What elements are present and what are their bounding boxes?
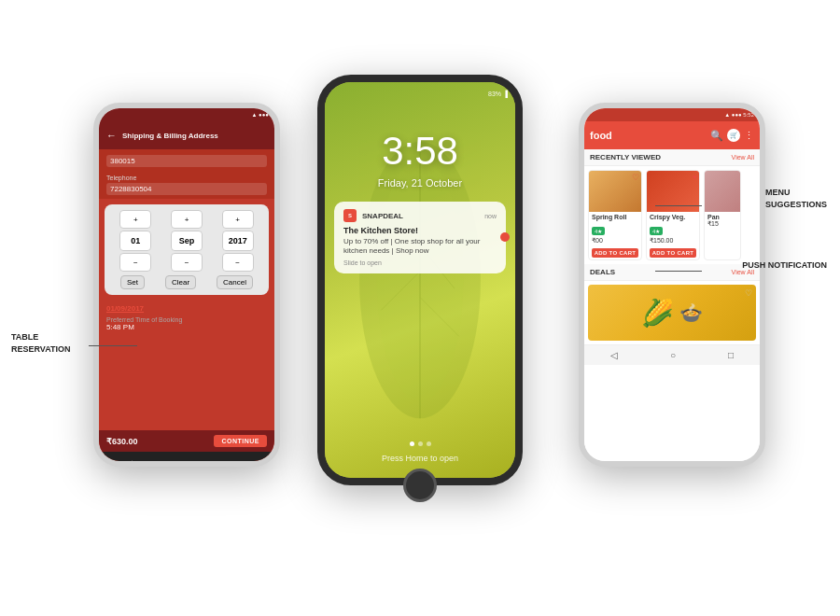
recently-view-all[interactable]: View All (732, 154, 754, 161)
picker-actions: Set Clear Cancel (110, 275, 263, 289)
table-reservation-text: TABLERESERVATION (11, 331, 71, 355)
date-picker-row: + 01 − + Sep − + 2017 − (110, 210, 263, 272)
dot-2 (418, 441, 423, 446)
page-dots (410, 441, 431, 446)
deals-header: DEALS View All (584, 264, 760, 281)
product-img-3 (705, 171, 740, 212)
notif-title: The Kitchen Store! (343, 226, 497, 235)
nav-home-icon[interactable]: ○ (185, 458, 190, 462)
nav-recent-icon[interactable]: □ (243, 458, 248, 462)
right-nav-home-icon[interactable]: ○ (670, 350, 676, 360)
year-down-btn[interactable]: − (222, 253, 254, 272)
search-title: food (590, 130, 707, 141)
search-icon[interactable]: 🔍 (710, 130, 723, 142)
product-img-1: ♡ (589, 171, 641, 212)
heart-icon-1[interactable]: ♡ (632, 173, 639, 182)
notif-body: Up to 70% off | One stop shop for all yo… (343, 237, 497, 257)
center-status-bar: 83% ▐ (325, 82, 515, 101)
center-status-icons: 83% ▐ (488, 91, 508, 97)
phone-left: ▲ ●●● ← Shipping & Billing Address 38001… (93, 103, 280, 467)
press-home-text: Press Home to open (382, 454, 458, 463)
nav-back-icon[interactable]: ◁ (125, 458, 133, 462)
right-status-bar: ▲ ●●● 5:52 (584, 108, 760, 121)
add-to-cart-btn-1[interactable]: ADD TO CART (592, 248, 638, 258)
left-status-icons: ▲ ●●● (252, 112, 269, 118)
price-bar: ₹630.00 CONTINUE (99, 430, 274, 452)
connector-line-right-menu (655, 205, 702, 206)
set-button[interactable]: Set (120, 275, 145, 289)
continue-button[interactable]: CONTINUE (214, 435, 267, 447)
corn-icon: 🌽 (641, 298, 674, 329)
day-up-btn[interactable]: + (119, 210, 151, 229)
left-status-bar: ▲ ●●● (99, 108, 274, 121)
lock-time: 3:58 (382, 129, 458, 174)
zip-value: 380015 (106, 155, 267, 167)
right-nav-bar: ◁ ○ □ (584, 344, 760, 365)
menu-suggestions-text: MENUSUGGESTIONS (765, 187, 827, 210)
connector-line-right-notif (655, 271, 702, 272)
main-scene: ▲ ●●● ← Shipping & Billing Address 38001… (0, 0, 840, 616)
notif-logo: S (343, 209, 357, 222)
push-notification-text: PUSH NOTIFICATION (742, 259, 827, 272)
home-button[interactable] (403, 469, 437, 502)
deal-card: 🌽 🍲 ♡ (588, 285, 756, 341)
right-top-bar: food 🔍 🛒 ⋮ (584, 121, 760, 149)
connector-line-left (89, 345, 137, 346)
table-reservation-label: TABLERESERVATION (11, 331, 71, 355)
cancel-button[interactable]: Cancel (217, 275, 253, 289)
month-down-btn[interactable]: − (171, 253, 203, 272)
left-nav-bar: ◁ ○ □ (99, 452, 274, 461)
right-nav-back-icon[interactable]: ◁ (610, 350, 618, 360)
product-card-1: ♡ Spring Roll 4★ ₹00 ADD TO CART (588, 170, 642, 260)
zip-field: 380015 (99, 149, 274, 171)
left-screen-content: 380015 Telephone 7228830504 + 01 − (99, 149, 274, 461)
selected-date: 01/09/2017 (106, 304, 267, 313)
product-rating-1: 4★ (592, 227, 605, 235)
add-to-cart-btn-2[interactable]: ADD TO CART (650, 248, 696, 258)
recently-viewed-header: RECENTLY VIEWED View All (584, 149, 760, 166)
lock-date: Friday, 21 October (378, 177, 462, 189)
bottom-section: 01/09/2017 Preferred Time of Booking 5:4… (99, 301, 274, 430)
more-icon[interactable]: ⋮ (744, 130, 754, 142)
product-info-2: Crispy Veg. 4★ ₹150.00 (647, 212, 699, 246)
dot-3 (427, 441, 431, 446)
deal-heart-icon[interactable]: ♡ (745, 288, 752, 298)
month-up-btn[interactable]: + (171, 210, 203, 229)
phone-center: 83% ▐ 3:58 Friday, 21 October S SNAPDEAL… (317, 75, 523, 485)
day-col: + 01 − (119, 210, 151, 272)
cart-badge[interactable]: 🛒 (727, 129, 740, 142)
notif-header: S SNAPDEAL now (343, 209, 497, 222)
heart-icon-2[interactable]: ♥ (693, 173, 697, 182)
deals-section: 🌽 🍲 ♡ (584, 281, 760, 344)
product-info-1: Spring Roll 4★ ₹00 (589, 212, 641, 246)
telephone-field: Telephone 7228830504 (99, 171, 274, 199)
deal-image: 🌽 🍲 (588, 285, 756, 341)
clear-button[interactable]: Clear (165, 275, 196, 289)
right-nav-recent-icon[interactable]: □ (728, 350, 734, 360)
month-col: + Sep − (171, 210, 203, 272)
notif-app-name: SNAPDEAL (362, 212, 484, 220)
preferred-time: 5:48 PM (106, 323, 267, 331)
back-arrow-icon[interactable]: ← (106, 130, 117, 141)
dot-1 (410, 441, 414, 446)
product-card-3: Pan ₹15 (704, 170, 741, 260)
menu-suggestions-label: MENUSUGGESTIONS (765, 187, 827, 210)
year-value: 2017 (222, 231, 254, 251)
telephone-label: Telephone (106, 175, 267, 181)
left-header-title: Shipping & Billing Address (122, 132, 218, 140)
product-name-1: Spring Roll (592, 214, 638, 220)
price-text: ₹630.00 (106, 437, 138, 446)
product-info-3: Pan ₹15 (705, 212, 740, 230)
notif-red-dot (500, 232, 510, 242)
product-price-3: ₹15 (707, 220, 737, 228)
left-top-bar: ← Shipping & Billing Address (99, 121, 274, 149)
telephone-value: 7228830504 (106, 183, 267, 195)
soup-icon: 🍲 (679, 301, 703, 324)
notif-time: now (484, 213, 497, 219)
products-row: ♡ Spring Roll 4★ ₹00 ADD TO CART ♥ Cr (584, 166, 760, 264)
notif-action: Slide to open (343, 259, 497, 266)
year-up-btn[interactable]: + (222, 210, 254, 229)
date-picker: + 01 − + Sep − + 2017 − (105, 204, 269, 295)
product-name-2: Crispy Veg. (650, 214, 696, 220)
day-down-btn[interactable]: − (119, 253, 151, 272)
